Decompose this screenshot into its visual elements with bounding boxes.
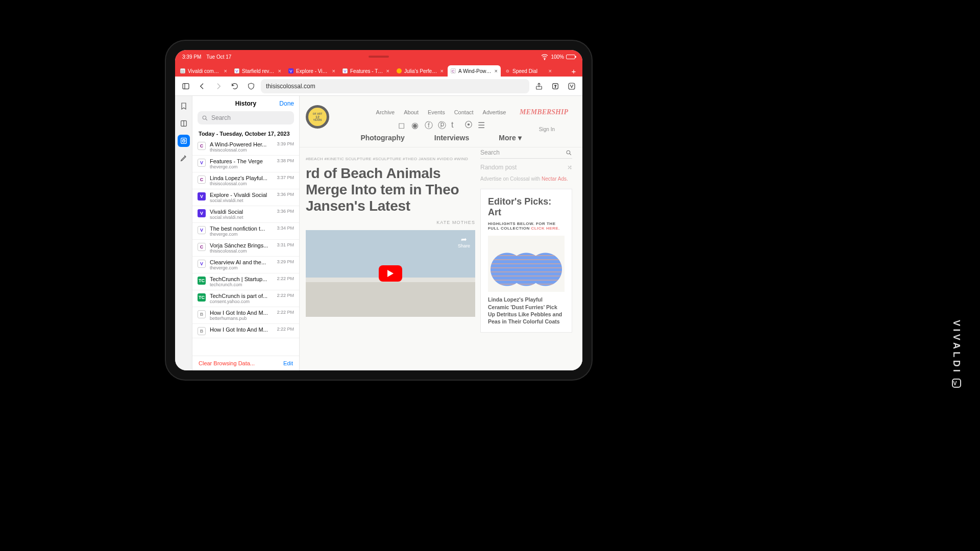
- browser-tab[interactable]: ▤ Vivaldi communi ×: [177, 65, 230, 77]
- history-item[interactable]: B How I Got Into And M... betterhumans.p…: [192, 307, 299, 324]
- browser-tab[interactable]: Julia's Perfect S ×: [394, 65, 447, 77]
- tab-title: Vivaldi communi: [188, 68, 222, 74]
- history-item[interactable]: B How I Got Into And M... 2:22 PM: [192, 324, 299, 338]
- close-icon[interactable]: ×: [440, 68, 444, 74]
- history-item-title: Explore - Vivaldi Social: [210, 192, 273, 198]
- browser-tab[interactable]: V Explore - Vivaldi ×: [285, 65, 338, 77]
- history-search-input[interactable]: Search: [198, 111, 294, 124]
- pick-thumbnail[interactable]: [488, 236, 565, 292]
- vivaldi-menu-button[interactable]: [565, 80, 578, 93]
- video-embed[interactable]: ➦Share: [306, 230, 475, 317]
- history-item[interactable]: TC TechCrunch | Startup... techcrunch.co…: [192, 273, 299, 290]
- history-item[interactable]: V Features - The Verge theverge.com 3:38…: [192, 156, 299, 172]
- mastodon-icon[interactable]: ◉: [411, 120, 418, 127]
- category-link[interactable]: Photography: [360, 134, 404, 142]
- topnav-link[interactable]: Contact: [454, 109, 474, 115]
- topnav-link[interactable]: Archive: [376, 109, 395, 115]
- browser-tab[interactable]: V Starfield review ×: [231, 65, 284, 77]
- history-panel: History Done Search Today - Tuesday, Oct…: [192, 96, 300, 370]
- search-icon: [202, 115, 208, 121]
- notes-tab-icon[interactable]: [178, 152, 190, 164]
- history-item-url: theverge.com: [210, 232, 273, 237]
- topnav-link[interactable]: About: [404, 109, 419, 115]
- url-text: thisiscolossal.com: [266, 83, 315, 90]
- tab-title: A Wind-Powered: [458, 68, 492, 74]
- ipad-frame: 3:39 PM Tue Oct 17 100% ▤ Vivaldi commun…: [166, 41, 592, 380]
- close-icon[interactable]: ×: [549, 68, 552, 74]
- history-item[interactable]: C Linda Lopez's Playful... thisiscolossa…: [192, 172, 299, 189]
- reading-list-tab-icon[interactable]: [178, 117, 190, 130]
- topnav-link[interactable]: Events: [428, 109, 445, 115]
- bookmarks-tab-icon[interactable]: [178, 100, 190, 112]
- play-button[interactable]: [379, 265, 402, 282]
- facebook-icon[interactable]: ⓕ: [425, 120, 431, 127]
- forward-button[interactable]: [212, 80, 225, 93]
- rss-icon[interactable]: ⦿: [464, 120, 471, 127]
- browser-tab[interactable]: V Features - The V ×: [339, 65, 393, 77]
- close-icon[interactable]: ×: [495, 68, 498, 74]
- web-content[interactable]: OF ART 12 YEARS ArchiveAboutEventsContac…: [300, 96, 582, 370]
- history-item-title: TechCrunch is part of...: [210, 293, 273, 299]
- membership-link[interactable]: MEMBERSHIP: [520, 108, 568, 116]
- editors-picks-box: Editor's Picks: Art HIGHLIGHTS BELOW. FO…: [480, 189, 572, 333]
- clear-browsing-data-button[interactable]: Clear Browsing Data...: [199, 360, 255, 366]
- shield-icon[interactable]: [244, 80, 258, 93]
- close-icon[interactable]: ×: [386, 68, 389, 74]
- history-favicon: V: [198, 226, 206, 234]
- site-logo[interactable]: OF ART 12 YEARS: [306, 105, 329, 129]
- history-item-url: thisiscolossal.com: [210, 181, 273, 186]
- history-item[interactable]: V Explore - Vivaldi Social social.vivald…: [192, 189, 299, 206]
- history-item[interactable]: V The best nonfiction t... theverge.com …: [192, 223, 299, 240]
- history-item-time: 2:22 PM: [277, 310, 294, 315]
- close-icon[interactable]: ×: [224, 68, 227, 74]
- wifi-icon: [541, 53, 549, 61]
- category-link[interactable]: Interviews: [434, 134, 469, 142]
- history-item[interactable]: TC TechCrunch is part of... consent.yaho…: [192, 290, 299, 307]
- history-favicon: TC: [198, 293, 206, 302]
- topnav-link[interactable]: Advertise: [483, 109, 506, 115]
- share-button[interactable]: [532, 80, 546, 93]
- browser-tab[interactable]: C A Wind-Powered ×: [448, 65, 501, 77]
- browser-tab[interactable]: ⊙ Speed Dial ×: [502, 65, 555, 77]
- sign-in-link[interactable]: Sign In: [539, 127, 555, 132]
- nectar-link[interactable]: Nectar Ads.: [542, 176, 568, 182]
- address-bar[interactable]: thisiscolossal.com: [261, 79, 529, 93]
- close-icon[interactable]: ×: [278, 68, 281, 74]
- tab-favicon: V: [288, 68, 293, 73]
- history-item-time: 3:36 PM: [277, 192, 294, 197]
- svg-line-16: [570, 154, 571, 155]
- history-item[interactable]: V Clearview AI and the... theverge.com 3…: [192, 257, 299, 273]
- tab-favicon: V: [342, 68, 348, 73]
- panel-toggle-button[interactable]: [179, 80, 192, 93]
- tab-count-button[interactable]: 7: [549, 80, 562, 93]
- video-share-button[interactable]: ➦Share: [458, 235, 470, 248]
- history-item[interactable]: C A Wind-Powered Her... thisiscolossal.c…: [192, 139, 299, 156]
- history-item[interactable]: V Vivaldi Social social.vivaldi.net 3:36…: [192, 206, 299, 223]
- history-list[interactable]: C A Wind-Powered Her... thisiscolossal.c…: [192, 139, 299, 356]
- side-rail: [175, 96, 192, 370]
- site-search-input[interactable]: Search: [480, 147, 572, 159]
- svg-point-0: [545, 59, 545, 60]
- edit-button[interactable]: Edit: [283, 360, 293, 366]
- history-item-title: Vivaldi Social: [210, 209, 273, 215]
- pick-caption[interactable]: Linda Lopez's Playful Ceramic 'Dust Furr…: [488, 296, 565, 325]
- random-post-link[interactable]: Random post ⤮: [480, 164, 572, 171]
- multitask-handle[interactable]: [369, 56, 389, 58]
- battery-icon: [566, 55, 575, 59]
- site-search-placeholder: Search: [480, 149, 500, 156]
- history-tab-icon[interactable]: [178, 135, 190, 147]
- done-button[interactable]: Done: [279, 100, 294, 107]
- history-item[interactable]: C Vorja Sánchez Brings... thisiscolossal…: [192, 240, 299, 257]
- back-button[interactable]: [195, 80, 209, 93]
- new-tab-button[interactable]: +: [567, 65, 580, 77]
- reload-button[interactable]: [228, 80, 241, 93]
- history-favicon: C: [198, 176, 206, 184]
- shop-icon[interactable]: ☰: [478, 120, 484, 127]
- click-here-link[interactable]: CLICK HERE.: [531, 226, 559, 231]
- history-item-url: theverge.com: [210, 164, 273, 169]
- close-icon[interactable]: ×: [332, 68, 335, 74]
- instagram-icon[interactable]: ◻: [398, 120, 404, 127]
- category-link[interactable]: More ▾: [499, 134, 521, 142]
- tumblr-icon[interactable]: t: [451, 120, 457, 127]
- pinterest-icon[interactable]: ⓟ: [438, 120, 444, 127]
